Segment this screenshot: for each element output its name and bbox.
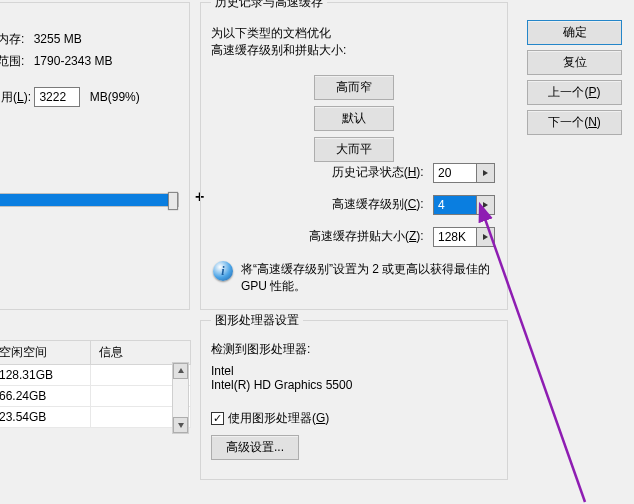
history-spin[interactable] bbox=[477, 163, 495, 183]
info-text: 将“高速缓存级别”设置为 2 或更高以获得最佳的 GPU 性能。 bbox=[241, 261, 495, 295]
preset-default-button[interactable]: 默认 bbox=[314, 106, 394, 131]
memory-slider[interactable] bbox=[0, 193, 179, 207]
col-info[interactable]: 信息 bbox=[91, 341, 191, 365]
gpu-model: Intel(R) HD Graphics 5500 bbox=[211, 378, 497, 392]
reset-button[interactable]: 复位 bbox=[527, 50, 622, 75]
use-gpu-label: 使用图形处理器(G) bbox=[228, 410, 329, 427]
mem-label: 内存: bbox=[0, 32, 24, 46]
ok-button[interactable]: 确定 bbox=[527, 20, 622, 45]
gpu-group: 图形处理器设置 检测到图形处理器: Intel Intel(R) HD Grap… bbox=[200, 320, 508, 480]
col-free[interactable]: 空闲空间 bbox=[0, 341, 91, 365]
cache-line2: 高速缓存级别和拼贴大小: bbox=[211, 42, 497, 59]
history-input[interactable] bbox=[433, 163, 477, 183]
mem-value: 3255 MB bbox=[34, 32, 82, 46]
level-spin[interactable] bbox=[477, 195, 495, 215]
table-row: 66.24GB bbox=[0, 386, 191, 407]
tile-input[interactable] bbox=[433, 227, 477, 247]
svg-marker-2 bbox=[483, 234, 488, 240]
svg-marker-1 bbox=[483, 202, 488, 208]
table-row: 23.54GB bbox=[0, 407, 191, 428]
cache-line1: 为以下类型的文档优化 bbox=[211, 25, 497, 42]
cache-group: 历史记录与高速缓存 为以下类型的文档优化 高速缓存级别和拼贴大小: 高而窄 默认… bbox=[200, 2, 508, 310]
tile-label: 高速缓存拼贴大小(Z): bbox=[309, 229, 424, 243]
scroll-down-icon[interactable] bbox=[173, 417, 188, 433]
use-input[interactable] bbox=[34, 87, 80, 107]
use-gpu-checkbox[interactable]: ✓ 使用图形处理器(G) bbox=[211, 410, 329, 427]
advanced-settings-button[interactable]: 高级设置... bbox=[211, 435, 299, 460]
level-label: 高速缓存级别(C): bbox=[332, 197, 424, 211]
range-value: 1790-2343 MB bbox=[34, 54, 113, 68]
info-icon: i bbox=[213, 261, 233, 281]
drives-scrollbar[interactable] bbox=[172, 362, 189, 434]
history-label: 历史记录状态(H): bbox=[332, 165, 424, 179]
gpu-title: 图形处理器设置 bbox=[211, 312, 303, 329]
tile-spin[interactable] bbox=[477, 227, 495, 247]
use-label: 用(L): bbox=[1, 90, 31, 104]
range-label: 范围: bbox=[0, 54, 24, 68]
svg-marker-4 bbox=[178, 423, 184, 428]
svg-marker-0 bbox=[483, 170, 488, 176]
level-input[interactable] bbox=[433, 195, 477, 215]
svg-marker-3 bbox=[178, 368, 184, 373]
preset-tall-button[interactable]: 高而窄 bbox=[314, 75, 394, 100]
cache-title: 历史记录与高速缓存 bbox=[211, 0, 327, 11]
drives-area: 空闲空间 信息 128.31GB 66.24GB 23.54GB bbox=[0, 340, 191, 428]
gpu-detect-label: 检测到图形处理器: bbox=[211, 341, 497, 358]
gpu-vendor: Intel bbox=[211, 364, 497, 378]
preset-flat-button[interactable]: 大而平 bbox=[314, 137, 394, 162]
table-row: 128.31GB bbox=[0, 365, 191, 386]
scroll-up-icon[interactable] bbox=[173, 363, 188, 379]
memory-group: 内存: 3255 MB 范围: 1790-2343 MB 用(L): MB(99… bbox=[0, 2, 190, 310]
next-button[interactable]: 下一个(N) bbox=[527, 110, 622, 135]
use-unit: MB(99%) bbox=[90, 90, 140, 104]
drives-table: 空闲空间 信息 128.31GB 66.24GB 23.54GB bbox=[0, 340, 191, 428]
prev-button[interactable]: 上一个(P) bbox=[527, 80, 622, 105]
